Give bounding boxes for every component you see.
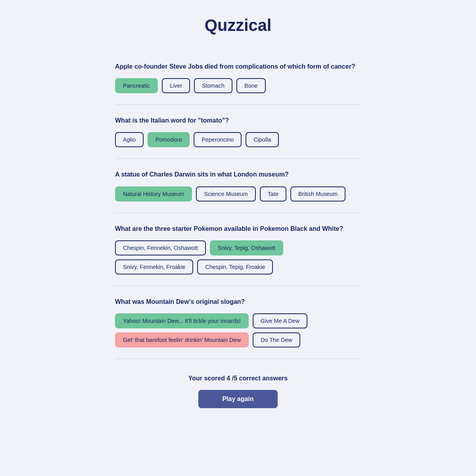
- answer-btn-q4-a2[interactable]: Snivy, Tepig, Oshawott: [210, 240, 283, 255]
- answer-btn-q4-a3[interactable]: Snivy, Fennekin, Froakie: [115, 259, 193, 274]
- question-text-2: What is the Italian word for "tomato"?: [115, 116, 361, 125]
- answer-btn-q1-a2[interactable]: Liver: [162, 78, 190, 93]
- answer-btn-q4-a1[interactable]: Chespin, Fennekin, Oshawott: [115, 240, 206, 255]
- question-block-3: A statue of Charles Darwin sits in what …: [115, 159, 361, 213]
- answers-row-2: AglioPomodoroPeperoncinoCipolla: [115, 132, 361, 147]
- answer-btn-q3-a4[interactable]: British Museum: [290, 186, 345, 202]
- answer-btn-q2-a1[interactable]: Aglio: [115, 132, 144, 147]
- question-block-1: Apple co-founder Steve Jobs died from co…: [115, 51, 361, 105]
- answer-btn-q1-a1[interactable]: Pancreatic: [115, 78, 158, 93]
- question-block-5: What was Mountain Dew's original slogan?…: [115, 286, 361, 359]
- answer-btn-q2-a2[interactable]: Pomodoro: [148, 132, 190, 147]
- answer-btn-q2-a4[interactable]: Cipolla: [246, 132, 279, 147]
- question-text-1: Apple co-founder Steve Jobs died from co…: [115, 62, 361, 71]
- quiz-container: Apple co-founder Steve Jobs died from co…: [115, 51, 361, 416]
- answers-row-4: Chespin, Fennekin, OshawottSnivy, Tepig,…: [115, 240, 361, 274]
- question-text-3: A statue of Charles Darwin sits in what …: [115, 170, 361, 179]
- app-title: Quzzical: [8, 16, 468, 35]
- answer-btn-q5-a3[interactable]: Get' that barefoot feelin' drinkin' Moun…: [115, 332, 249, 347]
- answer-btn-q3-a2[interactable]: Science Museum: [196, 186, 255, 202]
- answer-btn-q5-a2[interactable]: Give Me A Dew: [253, 313, 307, 328]
- answer-btn-q2-a3[interactable]: Peperoncino: [194, 132, 242, 147]
- answer-btn-q3-a1[interactable]: Natural History Museum: [115, 186, 192, 202]
- play-again-button[interactable]: Play again: [198, 390, 277, 408]
- answers-row-5: Yahoo! Mountain Dew... It'll tickle your…: [115, 313, 361, 347]
- score-text: Your scored 4 /5 correct answers: [115, 375, 361, 382]
- question-block-2: What is the Italian word for "tomato"?Ag…: [115, 105, 361, 159]
- answers-row-1: PancreaticLiverStomachBone: [115, 78, 361, 93]
- question-block-4: What are the three starter Pokemon avail…: [115, 213, 361, 286]
- answer-btn-q5-a1[interactable]: Yahoo! Mountain Dew... It'll tickle your…: [115, 313, 249, 328]
- answer-btn-q3-a3[interactable]: Tate: [260, 186, 286, 202]
- answer-btn-q4-a4[interactable]: Chespin, Tepig, Froakie: [197, 259, 273, 274]
- answer-btn-q1-a4[interactable]: Bone: [236, 78, 266, 93]
- answer-btn-q1-a3[interactable]: Stomach: [194, 78, 232, 93]
- score-section: Your scored 4 /5 correct answersPlay aga…: [115, 359, 361, 416]
- question-text-5: What was Mountain Dew's original slogan?: [115, 297, 361, 306]
- answer-btn-q5-a4[interactable]: Do The Dew: [253, 332, 300, 347]
- answers-row-3: Natural History MuseumScience MuseumTate…: [115, 186, 361, 202]
- question-text-4: What are the three starter Pokemon avail…: [115, 224, 361, 233]
